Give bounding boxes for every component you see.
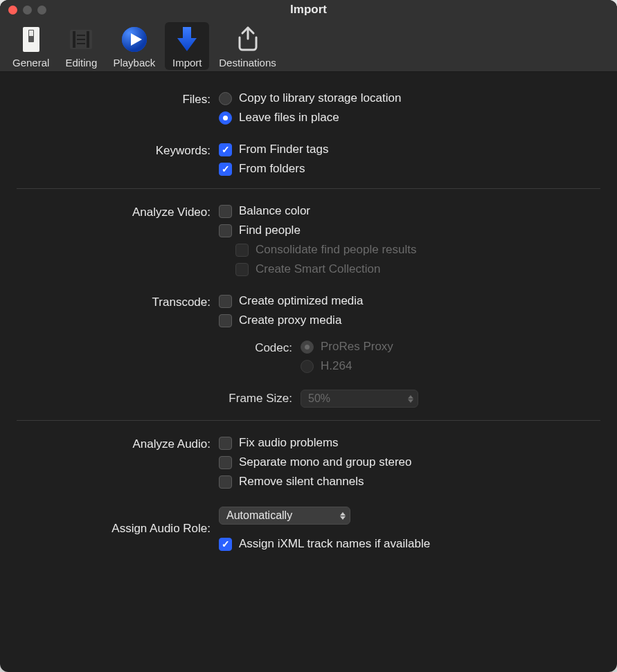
radio-label: Copy to library storage location (239, 91, 401, 105)
svg-marker-14 (340, 512, 346, 516)
checkbox-label: Balance color (239, 204, 310, 218)
import-icon (172, 25, 202, 54)
content-area: Files: Copy to library storage location … (0, 72, 617, 672)
svg-marker-15 (340, 516, 346, 520)
radio-leave-in-place[interactable]: Leave files in place (219, 111, 600, 125)
tab-import-label: Import (172, 57, 202, 69)
toolbar: General Editing (0, 17, 617, 72)
row-files: Files: Copy to library storage location … (17, 91, 600, 125)
editing-icon (66, 25, 96, 54)
check-separate-mono[interactable]: Separate mono and group stereo (219, 455, 600, 469)
playback-icon (120, 25, 149, 54)
radio-label: H.264 (321, 359, 352, 373)
radio-copy-to-library[interactable]: Copy to library storage location (219, 91, 600, 105)
audio-role-value: Automatically (226, 509, 292, 522)
checkbox-label: Create proxy media (239, 314, 341, 327)
check-balance-color[interactable]: Balance color (219, 204, 600, 218)
checkbox-label: Create Smart Collection (256, 262, 380, 276)
checkbox-label: Remove silent channels (239, 475, 364, 489)
checkbox-icon (235, 244, 249, 257)
check-fix-audio[interactable]: Fix audio problems (219, 436, 600, 450)
window-title: Import (0, 3, 617, 17)
divider (17, 420, 600, 421)
tab-general-label: General (12, 57, 49, 69)
check-find-people[interactable]: Find people (219, 224, 600, 237)
checkbox-label: Assign iXML track names if available (239, 537, 430, 551)
tab-destinations[interactable]: Destinations (215, 22, 280, 70)
radio-label: ProRes Proxy (321, 340, 393, 354)
check-optimized-media[interactable]: Create optimized media (219, 294, 600, 308)
tab-destinations-label: Destinations (219, 57, 276, 69)
row-assign-audio-role: Assign Audio Role: Automatically Assign … (17, 507, 600, 551)
check-proxy-media[interactable]: Create proxy media (219, 314, 600, 327)
stepper-icon (408, 395, 413, 403)
preferences-window: Import General (0, 0, 617, 672)
label-codec: Codec: (219, 340, 292, 355)
checkbox-label: Fix audio problems (239, 436, 339, 450)
checkbox-label: Find people (239, 224, 301, 237)
tab-playback-label: Playback (113, 57, 155, 69)
checkbox-label: Separate mono and group stereo (239, 455, 412, 469)
tab-editing-label: Editing (65, 57, 97, 69)
label-analyze-audio: Analyze Audio: (17, 436, 219, 451)
label-assign-audio-role: Assign Audio Role: (17, 522, 219, 536)
checkbox-icon (235, 263, 249, 276)
check-remove-silent[interactable]: Remove silent channels (219, 475, 600, 489)
radio-prores-proxy: ProRes Proxy (301, 340, 393, 354)
checkbox-label: Consolidate find people results (256, 243, 416, 257)
destinations-icon (233, 25, 262, 54)
checkbox-icon (219, 456, 232, 469)
checkbox-label: Create optimized media (239, 294, 364, 308)
row-transcode: Transcode: Create optimized media Create… (17, 294, 600, 408)
radio-icon (219, 92, 232, 105)
checkbox-icon (219, 205, 232, 218)
label-files: Files: (17, 91, 219, 107)
radio-icon (301, 340, 314, 354)
checkbox-icon (219, 437, 232, 450)
titlebar: Import (0, 0, 617, 17)
radio-h264: H.264 (301, 359, 393, 373)
frame-size-value: 50% (308, 392, 330, 405)
label-frame-size: Frame Size: (219, 392, 292, 406)
row-analyze-audio: Analyze Audio: Fix audio problems Separa… (17, 436, 600, 489)
stepper-icon (340, 512, 346, 520)
checkbox-icon (219, 224, 232, 237)
divider (17, 188, 600, 189)
general-icon (17, 25, 46, 54)
frame-size-block: Frame Size: 50% (219, 390, 600, 408)
svg-rect-5 (87, 31, 89, 48)
checkbox-label: From Finder tags (239, 143, 328, 156)
svg-marker-13 (408, 399, 413, 403)
svg-marker-12 (408, 395, 413, 399)
radio-label: Leave files in place (239, 111, 339, 125)
check-consolidate-people: Consolidate find people results (235, 243, 600, 257)
svg-rect-4 (73, 31, 75, 48)
label-analyze-video: Analyze Video: (17, 204, 219, 219)
checkbox-icon (219, 314, 232, 327)
checkbox-icon (219, 163, 232, 176)
svg-rect-2 (29, 30, 33, 36)
check-from-folders[interactable]: From folders (219, 162, 600, 176)
tab-import[interactable]: Import (165, 22, 209, 70)
tab-general[interactable]: General (8, 22, 53, 70)
checkbox-label: From folders (239, 162, 305, 176)
row-analyze-video: Analyze Video: Balance color Find people… (17, 204, 600, 276)
check-ixml[interactable]: Assign iXML track names if available (219, 537, 600, 551)
tab-playback[interactable]: Playback (109, 22, 159, 70)
codec-block: Codec: ProRes Proxy H.264 (219, 340, 600, 373)
checkbox-icon (219, 143, 232, 156)
radio-icon (301, 360, 314, 373)
audio-role-popup[interactable]: Automatically (219, 507, 350, 525)
checkbox-icon (219, 538, 232, 551)
check-finder-tags[interactable]: From Finder tags (219, 143, 600, 156)
label-transcode: Transcode: (17, 294, 219, 309)
row-keywords: Keywords: From Finder tags From folders (17, 143, 600, 176)
frame-size-popup: 50% (301, 390, 418, 408)
radio-icon (219, 111, 232, 125)
checkbox-icon (219, 295, 232, 308)
check-smart-collection: Create Smart Collection (235, 262, 600, 276)
checkbox-icon (219, 475, 232, 489)
tab-editing[interactable]: Editing (59, 22, 103, 70)
label-keywords: Keywords: (17, 143, 219, 158)
